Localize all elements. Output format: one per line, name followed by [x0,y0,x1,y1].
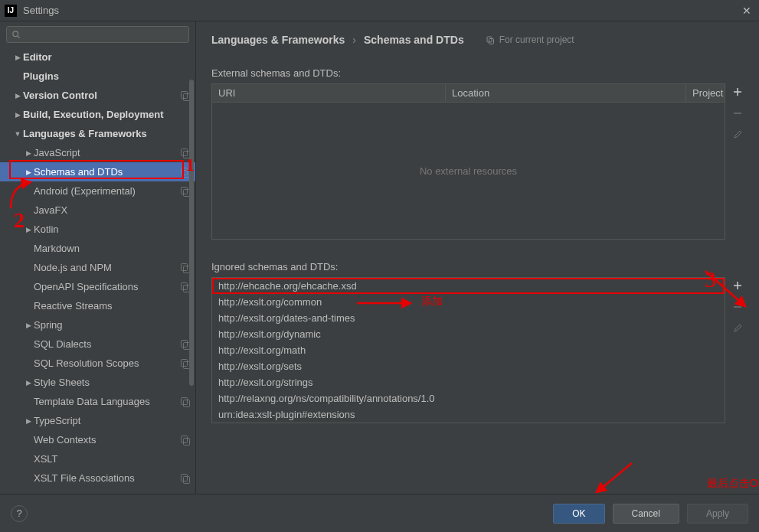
sidebar-item-javafx[interactable]: JavaFX [0,201,195,220]
annotation-mark-1: 1 [185,155,195,175]
sidebar-item-label: Version Control [23,90,180,101]
svg-rect-2 [182,91,188,98]
search-icon [11,30,21,39]
chevron-icon: ▶ [12,54,23,61]
search-field[interactable] [24,29,184,40]
annotation-mark-2: 2 [14,208,25,233]
sidebar-item-android-experimental-[interactable]: Android (Experimental) [0,181,195,201]
sidebar-item-label: OpenAPI Specifications [34,281,180,292]
annotation-arrow-ok [591,460,636,497]
sidebar-item-editor[interactable]: ▶Editor [0,47,195,67]
annotation-ok-label: 最后点击OK [707,477,759,491]
sidebar-item-label: JavaFX [34,204,191,216]
remove-external-button[interactable] [731,106,744,120]
sidebar-item-label: Reactive Streams [34,300,191,312]
ignored-schema-row[interactable]: http://exslt.org/common [212,294,725,310]
edit-external-button[interactable] [731,128,744,142]
sidebar-item-label: SQL Resolution Scopes [34,357,180,369]
sidebar-item-schemas-and-dtds[interactable]: ▶Schemas and DTDs [0,162,195,181]
chevron-right-icon: › [352,34,356,46]
ignored-schema-row[interactable]: http://ehcache.org/ehcache.xsd [212,278,725,294]
svg-rect-8 [182,187,188,194]
sidebar-item-label: Schemas and DTDs [34,166,180,178]
help-button[interactable]: ? [11,505,28,522]
sidebar-item-xslt[interactable]: XSLT [0,449,195,468]
sidebar-item-version-control[interactable]: ▶Version Control [0,86,195,105]
ignored-schemas-list[interactable]: http://ehcache.org/ehcache.xsdhttp://exs… [211,277,725,423]
svg-rect-20 [182,436,188,442]
sidebar-item-label: XSLT File Associations [34,472,180,484]
chevron-icon: ▶ [23,226,34,233]
close-icon[interactable]: ✕ [739,5,754,17]
main-panel: Languages & Frameworks › Schemas and DTD… [196,21,759,494]
th-location[interactable]: Location [446,84,686,102]
table-header: URI Location Project [212,84,725,103]
sidebar-item-label: Android (Experimental) [34,185,180,197]
sidebar-item-spring[interactable]: ▶Spring [0,315,195,335]
svg-point-0 [13,31,18,37]
breadcrumb-parent[interactable]: Languages & Frameworks [211,34,345,46]
chevron-icon: ▶ [23,321,34,329]
sidebar-item-kotlin[interactable]: ▶Kotlin [0,220,195,239]
remove-ignored-button[interactable] [731,300,744,314]
sidebar-item-label: Markdown [34,243,191,254]
sidebar-item-label: Style Sheets [34,377,191,388]
chevron-icon: ▼ [12,130,23,138]
sidebar-item-openapi-specifications[interactable]: OpenAPI Specifications [0,277,195,296]
sidebar-item-label: XSLT [34,453,191,465]
svg-rect-16 [182,359,188,366]
ignored-schema-row[interactable]: http://exslt.org/math [212,342,725,358]
sidebar-item-plugins[interactable]: Plugins [0,67,195,86]
sidebar-item-web-contexts[interactable]: Web Contexts [0,430,195,449]
sidebar-item-reactive-streams[interactable]: Reactive Streams [0,296,195,315]
search-input[interactable] [6,26,189,43]
sidebar-item-sql-dialects[interactable]: SQL Dialects [0,335,195,354]
sidebar-item-languages-frameworks[interactable]: ▼Languages & Frameworks [0,124,195,143]
chevron-icon: ▶ [12,111,23,119]
chevron-icon: ▶ [23,379,34,387]
project-scope-badge: For current project [486,34,574,45]
sidebar-scrollbar[interactable] [189,67,194,486]
svg-rect-22 [182,474,188,481]
svg-rect-12 [182,282,188,289]
chevron-icon: ▶ [23,168,34,176]
chevron-icon: ▶ [23,149,34,157]
cancel-button[interactable]: Cancel [613,504,679,524]
ok-button[interactable]: OK [553,504,604,524]
ignored-actions [727,277,748,423]
ignored-schema-row[interactable]: http://exslt.org/dynamic [212,326,725,342]
sidebar-item-label: Editor [23,51,191,63]
ignored-schema-row[interactable]: urn:idea:xslt-plugin#extensions [212,406,725,423]
copy-icon [486,35,495,44]
svg-line-28 [597,463,632,492]
sidebar-item-label: TypeScript [34,415,191,426]
svg-line-1 [18,36,19,38]
ignored-schema-row[interactable]: http://exslt.org/sets [212,358,725,374]
ignored-schema-row[interactable]: http://exslt.org/dates-and-times [212,310,725,326]
sidebar: ▶EditorPlugins▶Version Control▶Build, Ex… [0,21,196,494]
sidebar-item-xslt-file-associations[interactable]: XSLT File Associations [0,468,195,488]
svg-rect-10 [182,263,188,270]
sidebar-item-node-js-and-npm[interactable]: Node.js and NPM [0,258,195,277]
sidebar-item-build-execution-deployment[interactable]: ▶Build, Execution, Deployment [0,105,195,124]
sidebar-item-label: Build, Execution, Deployment [23,109,191,120]
sidebar-item-sql-resolution-scopes[interactable]: SQL Resolution Scopes [0,354,195,373]
th-uri[interactable]: URI [212,84,446,102]
sidebar-item-markdown[interactable]: Markdown [0,239,195,258]
sidebar-item-javascript[interactable]: ▶JavaScript [0,143,195,162]
add-external-button[interactable] [731,85,744,99]
svg-rect-18 [182,397,188,404]
ignored-schema-row[interactable]: http://exslt.org/strings [212,374,725,390]
apply-button[interactable]: Apply [687,504,748,524]
sidebar-item-template-data-languages[interactable]: Template Data Languages [0,392,195,411]
th-project[interactable]: Project [686,84,725,102]
chevron-icon: ▶ [12,92,23,100]
sidebar-item-style-sheets[interactable]: ▶Style Sheets [0,373,195,392]
annotation-mark-3: 3 [705,266,716,292]
edit-ignored-button[interactable] [731,321,744,335]
external-schemas-table: URI Location Project No external resourc… [211,83,725,240]
ignored-schema-row[interactable]: http://relaxng.org/ns/compatibility/anno… [212,390,725,406]
breadcrumb: Languages & Frameworks › Schemas and DTD… [211,29,748,51]
sidebar-item-typescript[interactable]: ▶TypeScript [0,411,195,430]
add-ignored-button[interactable] [731,279,744,292]
